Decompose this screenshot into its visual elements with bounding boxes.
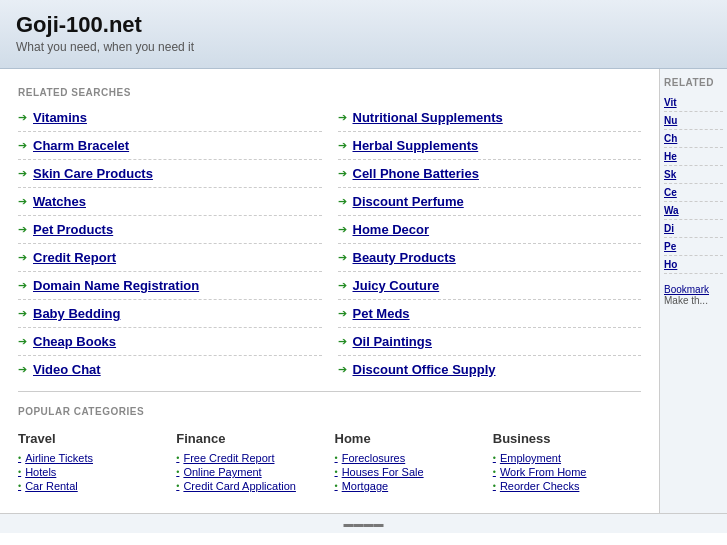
arrow-icon: ➔ <box>18 279 27 292</box>
arrow-icon: ➔ <box>338 307 347 320</box>
bookmark-sub: Make th... <box>664 295 723 306</box>
arrow-icon: ➔ <box>338 139 347 152</box>
arrow-icon: ➔ <box>18 251 27 264</box>
main-content: RELATED SEARCHES ➔Vitamins➔Charm Bracele… <box>0 69 659 513</box>
category-column: Travel•Airline Tickets•Hotels•Car Rental <box>18 431 166 493</box>
category-title: Business <box>493 431 641 446</box>
search-link[interactable]: Cheap Books <box>33 334 116 349</box>
search-item: ➔Nutritional Supplements <box>338 104 642 132</box>
category-link[interactable]: •Car Rental <box>18 479 166 493</box>
category-title: Travel <box>18 431 166 446</box>
search-link[interactable]: Beauty Products <box>353 250 456 265</box>
category-link[interactable]: •Houses For Sale <box>335 465 483 479</box>
right-panel-link[interactable]: Vit <box>664 94 723 112</box>
category-link[interactable]: •Free Credit Report <box>176 451 324 465</box>
search-item: ➔Oil Paintings <box>338 328 642 356</box>
category-link[interactable]: •Employment <box>493 451 641 465</box>
category-link[interactable]: •Hotels <box>18 465 166 479</box>
search-column-right: ➔Nutritional Supplements➔Herbal Suppleme… <box>330 104 650 383</box>
search-item: ➔Discount Perfume <box>338 188 642 216</box>
right-panel-link[interactable]: Sk <box>664 166 723 184</box>
search-link[interactable]: Juicy Couture <box>353 278 440 293</box>
right-panel-link[interactable]: Wa <box>664 202 723 220</box>
search-link[interactable]: Skin Care Products <box>33 166 153 181</box>
search-link[interactable]: Baby Bedding <box>33 306 120 321</box>
bullet-icon: • <box>335 481 338 491</box>
popular-categories: POPULAR CATEGORIES Travel•Airline Ticket… <box>0 400 659 503</box>
search-link[interactable]: Nutritional Supplements <box>353 110 503 125</box>
arrow-icon: ➔ <box>338 279 347 292</box>
bullet-icon: • <box>493 481 496 491</box>
search-link[interactable]: Discount Perfume <box>353 194 464 209</box>
arrow-icon: ➔ <box>18 139 27 152</box>
right-panel-link[interactable]: Pe <box>664 238 723 256</box>
right-panel-link[interactable]: He <box>664 148 723 166</box>
right-panel-link[interactable]: Nu <box>664 112 723 130</box>
category-link[interactable]: •Foreclosures <box>335 451 483 465</box>
search-item: ➔Herbal Supplements <box>338 132 642 160</box>
category-link[interactable]: •Work From Home <box>493 465 641 479</box>
search-link[interactable]: Charm Bracelet <box>33 138 129 153</box>
category-column: Home•Foreclosures•Houses For Sale•Mortga… <box>335 431 483 493</box>
bullet-icon: • <box>335 453 338 463</box>
search-link[interactable]: Credit Report <box>33 250 116 265</box>
search-link[interactable]: Home Decor <box>353 222 430 237</box>
search-item: ➔Discount Office Supply <box>338 356 642 383</box>
search-link[interactable]: Watches <box>33 194 86 209</box>
arrow-icon: ➔ <box>338 111 347 124</box>
right-panel-link[interactable]: Ho <box>664 256 723 274</box>
header: Goji-100.net What you need, when you nee… <box>0 0 727 69</box>
arrow-icon: ➔ <box>338 195 347 208</box>
right-panel-link[interactable]: Ce <box>664 184 723 202</box>
category-column: Business•Employment•Work From Home•Reord… <box>493 431 641 493</box>
search-item: ➔Video Chat <box>18 356 322 383</box>
bullet-icon: • <box>18 453 21 463</box>
search-link[interactable]: Vitamins <box>33 110 87 125</box>
arrow-icon: ➔ <box>338 167 347 180</box>
category-link[interactable]: •Credit Card Application <box>176 479 324 493</box>
search-item: ➔Watches <box>18 188 322 216</box>
search-item: ➔Vitamins <box>18 104 322 132</box>
search-link[interactable]: Oil Paintings <box>353 334 432 349</box>
category-title: Finance <box>176 431 324 446</box>
search-link[interactable]: Discount Office Supply <box>353 362 496 377</box>
search-item: ➔Credit Report <box>18 244 322 272</box>
search-link[interactable]: Cell Phone Batteries <box>353 166 479 181</box>
category-link[interactable]: •Mortgage <box>335 479 483 493</box>
search-link[interactable]: Pet Meds <box>353 306 410 321</box>
bookmark-panel: Bookmark Make th... <box>664 284 723 306</box>
search-item: ➔Pet Meds <box>338 300 642 328</box>
search-item: ➔Beauty Products <box>338 244 642 272</box>
search-item: ➔Pet Products <box>18 216 322 244</box>
search-link[interactable]: Video Chat <box>33 362 101 377</box>
right-panel-link[interactable]: Di <box>664 220 723 238</box>
category-link[interactable]: •Airline Tickets <box>18 451 166 465</box>
search-link[interactable]: Herbal Supplements <box>353 138 479 153</box>
search-item: ➔Juicy Couture <box>338 272 642 300</box>
arrow-icon: ➔ <box>18 335 27 348</box>
right-panel-link[interactable]: Ch <box>664 130 723 148</box>
categories-grid: Travel•Airline Tickets•Hotels•Car Rental… <box>18 431 641 493</box>
arrow-icon: ➔ <box>18 111 27 124</box>
site-title: Goji-100.net <box>16 12 711 38</box>
bookmark-label[interactable]: Bookmark <box>664 284 723 295</box>
bullet-icon: • <box>18 467 21 477</box>
category-title: Home <box>335 431 483 446</box>
category-column: Finance•Free Credit Report•Online Paymen… <box>176 431 324 493</box>
arrow-icon: ➔ <box>18 195 27 208</box>
search-item: ➔Cheap Books <box>18 328 322 356</box>
search-link[interactable]: Domain Name Registration <box>33 278 199 293</box>
site-tagline: What you need, when you need it <box>16 40 711 54</box>
search-item: ➔Home Decor <box>338 216 642 244</box>
category-link[interactable]: •Online Payment <box>176 465 324 479</box>
search-link[interactable]: Pet Products <box>33 222 113 237</box>
bottom-scrollbar: ▬▬▬▬ <box>344 518 384 529</box>
search-item: ➔Charm Bracelet <box>18 132 322 160</box>
divider <box>18 391 641 392</box>
right-links: VitNuChHeSkCeWaDiPeHo <box>664 94 723 274</box>
category-link[interactable]: •Reorder Checks <box>493 479 641 493</box>
related-searches-grid: ➔Vitamins➔Charm Bracelet➔Skin Care Produ… <box>0 104 659 383</box>
arrow-icon: ➔ <box>18 223 27 236</box>
bullet-icon: • <box>176 481 179 491</box>
arrow-icon: ➔ <box>338 335 347 348</box>
